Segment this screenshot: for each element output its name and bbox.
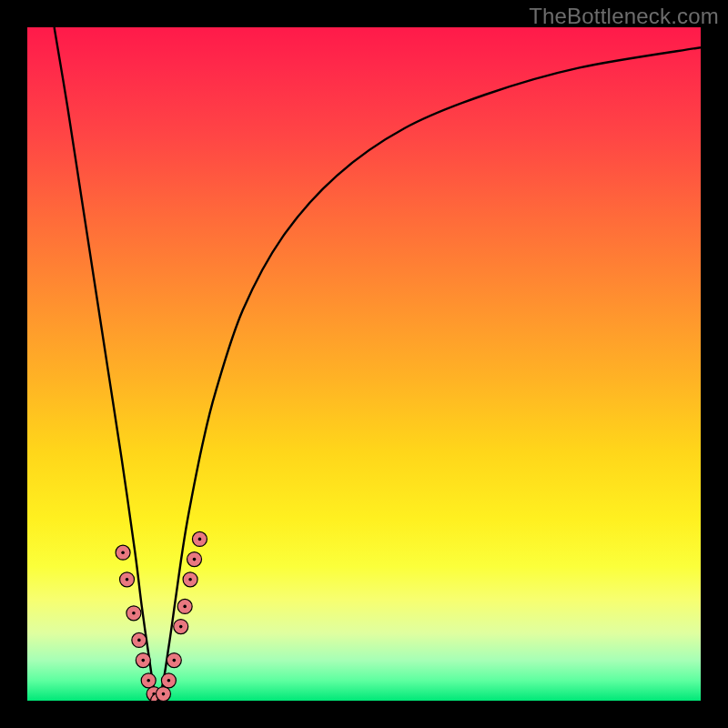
chart-svg xyxy=(27,27,701,701)
data-point-center xyxy=(141,659,145,662)
data-point-center xyxy=(137,639,141,642)
data-point-center xyxy=(147,679,150,682)
data-point-center xyxy=(198,538,202,541)
data-point-center xyxy=(173,659,177,662)
data-point-center xyxy=(179,625,183,629)
bottleneck-curve xyxy=(55,27,701,696)
data-point-center xyxy=(132,612,136,615)
data-point-center xyxy=(188,578,192,581)
data-point-center xyxy=(183,605,187,609)
curve-path xyxy=(55,27,701,696)
data-point-center xyxy=(167,679,171,682)
data-point-center xyxy=(121,551,125,554)
plot-area xyxy=(27,27,701,701)
data-points xyxy=(116,531,207,701)
chart-frame: TheBottleneck.com xyxy=(0,0,728,728)
watermark-text: TheBottleneck.com xyxy=(529,4,719,29)
data-point-center xyxy=(193,558,197,561)
data-point-center xyxy=(162,693,166,696)
data-point-center xyxy=(126,578,129,581)
